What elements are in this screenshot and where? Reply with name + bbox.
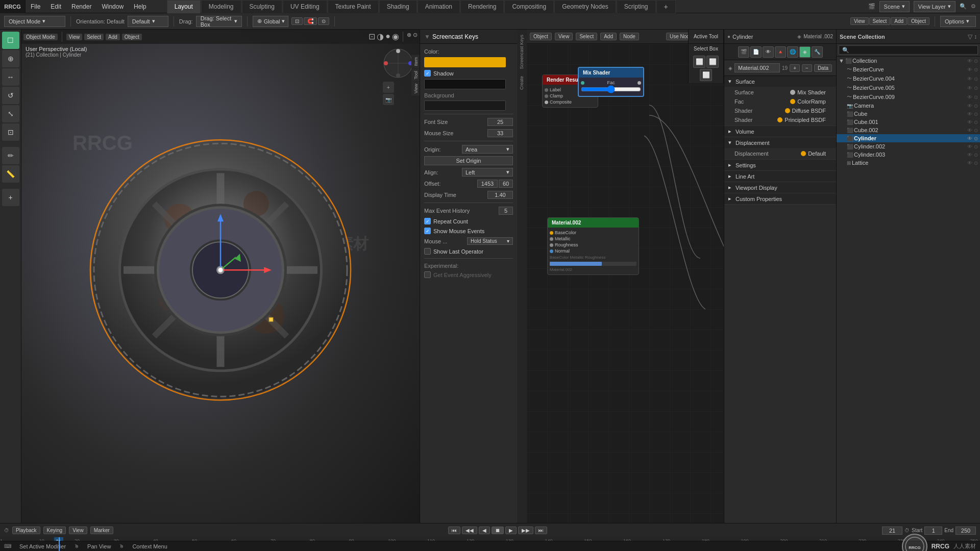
sort-btn[interactable]: ↕ bbox=[974, 33, 977, 40]
props-view-icon[interactable]: 👁 bbox=[763, 46, 774, 58]
settings-title[interactable]: Settings bbox=[724, 160, 836, 170]
tab-sculpting[interactable]: Sculpting bbox=[242, 0, 282, 13]
material-add-btn[interactable]: + bbox=[790, 64, 800, 72]
repeat-checkbox[interactable] bbox=[424, 218, 431, 224]
proportional-btn[interactable]: ⊙ bbox=[318, 17, 329, 25]
outliner-beziercurve[interactable]: 〜 BezierCurve 👁 ⊙ bbox=[837, 65, 980, 74]
displacement-title[interactable]: Displacement bbox=[724, 137, 836, 148]
ne-select-btn[interactable]: Select bbox=[576, 33, 597, 40]
offset-x-input[interactable] bbox=[477, 180, 498, 188]
object-btn[interactable]: Object bbox=[908, 17, 929, 25]
lineart-title[interactable]: Line Art bbox=[724, 171, 836, 182]
tool-transform[interactable]: ⊡ bbox=[2, 123, 19, 141]
vp-shading-wire[interactable]: ⊡ bbox=[369, 32, 375, 42]
outliner-cube001[interactable]: ⬛ Cube.001 👁 ⊙ bbox=[837, 118, 980, 126]
select-box-icon1[interactable]: ⬜ bbox=[693, 56, 705, 68]
nav-zoom-in[interactable]: + bbox=[383, 82, 394, 93]
outliner-search[interactable] bbox=[839, 45, 978, 55]
outliner-cube002[interactable]: ⬛ Cube.002 👁 ⊙ bbox=[837, 126, 980, 134]
mouseevents-checkbox[interactable] bbox=[424, 228, 431, 234]
tl-play-back[interactable]: ◀ bbox=[479, 527, 490, 534]
ne-view-btn[interactable]: View bbox=[555, 33, 573, 40]
ne-node-btn[interactable]: Node bbox=[620, 33, 639, 40]
maxevent-input[interactable] bbox=[499, 207, 513, 215]
props-scene-icon[interactable]: 🔺 bbox=[775, 46, 786, 58]
menu-render[interactable]: Render bbox=[66, 0, 96, 13]
vp-mode-btn[interactable]: Object Mode bbox=[23, 34, 58, 40]
tl-keying[interactable]: Keying bbox=[43, 527, 66, 534]
mode-selector[interactable]: Object Mode ▾ bbox=[4, 16, 65, 27]
search-btn[interactable]: 🔍 bbox=[960, 3, 967, 10]
align-dropdown[interactable]: Left ▾ bbox=[462, 168, 513, 177]
custprops-title[interactable]: Custom Properties bbox=[724, 193, 836, 204]
lastop-checkbox[interactable] bbox=[424, 248, 431, 255]
tool-select[interactable]: ☐ bbox=[2, 32, 19, 49]
transform-selector[interactable]: ⊕ Global ▾ bbox=[253, 16, 288, 27]
vp-select-btn[interactable]: Select bbox=[84, 34, 104, 40]
select-box-icon3[interactable]: ⬜ bbox=[700, 69, 712, 81]
vpdisplay-title[interactable]: Viewport Display bbox=[724, 182, 836, 193]
set-origin-btn[interactable]: Set Origin bbox=[424, 156, 513, 165]
tool-measure[interactable]: 📏 bbox=[2, 165, 19, 183]
vp-view-btn[interactable]: View bbox=[66, 34, 83, 40]
tl-skip-start[interactable]: ⏮ bbox=[448, 527, 460, 534]
tab-animation[interactable]: Animation bbox=[418, 0, 460, 13]
viewport-mesh-container[interactable] bbox=[78, 127, 363, 414]
outliner-lattice[interactable]: ⊞ Lattice 👁 ⊙ bbox=[837, 159, 980, 167]
vp-add-btn[interactable]: Add bbox=[106, 34, 120, 40]
vp-shading-material[interactable]: ● bbox=[385, 32, 390, 42]
mousehold-dropdown[interactable]: Hold Status ▾ bbox=[467, 237, 513, 245]
add-btn[interactable]: Add bbox=[891, 17, 907, 25]
tl-marker[interactable]: Marker bbox=[90, 527, 113, 534]
node-green-1[interactable]: Material.002 BaseColor Metallic Roughnes… bbox=[547, 217, 639, 275]
fontsize-input[interactable] bbox=[487, 118, 513, 126]
tl-stop[interactable]: ⏹ bbox=[492, 527, 504, 534]
tool-scale[interactable]: ⤡ bbox=[2, 105, 19, 122]
snap-btn[interactable]: 🧲 bbox=[304, 17, 317, 25]
orientation-selector[interactable]: Default ▾ bbox=[128, 16, 168, 27]
outliner-beziercurve009[interactable]: 〜 BezierCurve.009 👁 ⊙ bbox=[837, 92, 980, 102]
tab-texture-paint[interactable]: Texture Paint bbox=[328, 0, 379, 13]
tl-view[interactable]: View bbox=[69, 527, 87, 534]
tl-play[interactable]: ▶ bbox=[505, 527, 517, 534]
tool-tab[interactable]: Tool bbox=[411, 69, 420, 82]
item-tab[interactable]: Item bbox=[411, 55, 420, 68]
bg-color-container[interactable] bbox=[424, 99, 513, 112]
view-tab[interactable]: View bbox=[411, 82, 420, 95]
shadow-color-container[interactable] bbox=[424, 78, 513, 90]
tool-annotate[interactable]: ✏ bbox=[2, 147, 19, 164]
menu-edit[interactable]: Edit bbox=[45, 0, 66, 13]
outliner-cylinder003[interactable]: ⬛ Cylinder.003 👁 ⊙ bbox=[837, 151, 980, 159]
ne-object-btn[interactable]: Object bbox=[530, 33, 552, 40]
surface-title[interactable]: Surface bbox=[724, 76, 836, 87]
vp-overlay-btn[interactable]: ⊙ bbox=[413, 32, 418, 42]
outliner-camera[interactable]: 📷 Camera 👁 ⊙ bbox=[837, 102, 980, 110]
vp-shading-solid[interactable]: ◑ bbox=[377, 32, 384, 42]
outliner-beziercurve005[interactable]: 〜 BezierCurve.005 👁 ⊙ bbox=[837, 83, 980, 92]
tab-scripting[interactable]: Scripting bbox=[617, 0, 656, 13]
data-btn[interactable]: Data bbox=[814, 64, 832, 72]
origin-dropdown[interactable]: Area ▾ bbox=[462, 145, 513, 154]
tool-move[interactable]: ↔ bbox=[2, 68, 19, 86]
nav-sphere[interactable]: Z X Y bbox=[383, 48, 413, 79]
vp-gizmo-btn[interactable]: ⊕ bbox=[407, 32, 411, 42]
select-btn[interactable]: Select bbox=[869, 17, 891, 25]
props-modifier-icon[interactable]: 🔧 bbox=[812, 46, 823, 58]
vp-object-btn[interactable]: Object bbox=[122, 34, 142, 40]
view-layer-selector[interactable]: View Layer ▾ bbox=[914, 1, 955, 12]
bg-color-preview[interactable] bbox=[424, 101, 506, 111]
select-box-icon2[interactable]: ⬜ bbox=[706, 56, 719, 68]
tl-skip-end[interactable]: ⏭ bbox=[535, 527, 547, 534]
settings-btn[interactable]: ⚙ bbox=[971, 3, 976, 10]
create-tab[interactable]: Create bbox=[518, 73, 525, 93]
ne-add-btn[interactable]: Add bbox=[600, 33, 617, 40]
outliner-cylinder[interactable]: ⬛ Cylinder 👁 ⊙ bbox=[837, 134, 980, 142]
outliner-collection[interactable]: ▼ ⬛ Collection 👁 ⊙ bbox=[837, 57, 980, 65]
node-blue-1[interactable]: Mix Shader Fac bbox=[578, 67, 644, 97]
filter-btn[interactable]: ▽ bbox=[968, 33, 972, 40]
vp-shading-render[interactable]: ◉ bbox=[392, 32, 399, 42]
props-material-btn[interactable]: ◈ bbox=[799, 46, 811, 58]
getevent-checkbox[interactable] bbox=[424, 271, 431, 278]
tool-rotate[interactable]: ↺ bbox=[2, 87, 19, 104]
outliner-cube[interactable]: ⬛ Cube 👁 ⊙ bbox=[837, 110, 980, 118]
